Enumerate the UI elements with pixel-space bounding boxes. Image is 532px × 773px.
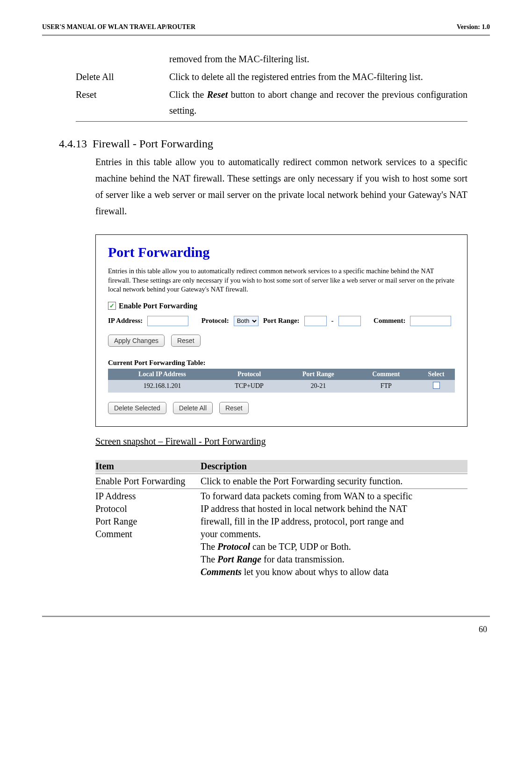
table-row: 192.168.1.201 TCP+UDP 20-21 FTP	[108, 380, 455, 393]
td-comment: FTP	[354, 380, 417, 393]
th-protocol: Protocol	[216, 369, 282, 380]
header-rule	[42, 35, 490, 36]
th-local-ip: Local IP Address	[108, 369, 216, 380]
td-protocol: TCP+UDP	[216, 380, 282, 393]
extra-0: The Protocol can be TCP, UDP or Both.	[201, 540, 467, 553]
header-left: USER'S MANUAL OF WLAN TRAVEL AP/ROUTER	[42, 23, 195, 31]
comment-input[interactable]	[410, 316, 451, 326]
protocol-label: Protocol:	[201, 317, 229, 325]
section-body: Entries in this table allow you to autom…	[95, 154, 467, 219]
delete-all-button[interactable]: Delete All	[173, 402, 213, 414]
th-comment: Comment	[354, 369, 417, 380]
group-def-0: To forward data packets coming from WAN …	[201, 490, 467, 503]
extra-1: The Port Range for data transmission.	[201, 553, 467, 566]
enable-pf-term: Enable Port Forwarding	[95, 475, 201, 488]
ip-address-term: IP Address	[95, 490, 201, 503]
comment-label: Comment:	[374, 317, 405, 325]
td-port-range: 20-21	[282, 380, 354, 393]
enable-checkbox[interactable]: ✓	[108, 302, 116, 310]
reset-term: Reset	[76, 86, 169, 119]
removed-line: removed from the MAC-filtering list.	[169, 50, 467, 68]
reset-button[interactable]: Reset	[171, 335, 201, 347]
enable-checkbox-label: Enable Port Forwarding	[119, 302, 197, 310]
group-def-2: firewall, fill in the IP address, protoc…	[201, 515, 467, 528]
port-from-input[interactable]	[304, 316, 327, 326]
forwarding-table: Local IP Address Protocol Port Range Com…	[108, 369, 455, 393]
port-forwarding-box: Port Forwarding Entries in this table al…	[95, 234, 467, 427]
protocol-term: Protocol	[95, 503, 201, 515]
snapshot-caption: Screen snapshot – Firewall - Port Forwar…	[95, 436, 467, 447]
comment-term: Comment	[95, 528, 201, 540]
reset2-button[interactable]: Reset	[219, 402, 249, 414]
port-range-term: Port Range	[95, 515, 201, 528]
header-right: Version: 1.0	[457, 23, 490, 31]
reset-def: Click the Reset button to abort change a…	[169, 86, 467, 119]
ip-input[interactable]	[147, 316, 188, 326]
protocol-select[interactable]: Both	[234, 316, 259, 326]
pf-desc: Entries in this table allow you to autom…	[108, 267, 455, 294]
item-desc-table: Item Description Enable Port Forwarding …	[95, 460, 467, 578]
delete-all-def: Click to delete all the registered entri…	[169, 68, 467, 86]
enable-pf-def: Click to enable the Port Forwarding secu…	[201, 475, 467, 488]
top-desc-table: removed from the MAC-filtering list. Del…	[76, 50, 467, 119]
ip-label: IP Address:	[108, 317, 143, 325]
group-def-3: your comments.	[201, 528, 467, 540]
table-caption: Current Port Forwarding Table:	[108, 359, 455, 367]
range-dash: -	[331, 317, 334, 325]
th-port-range: Port Range	[282, 369, 354, 380]
td-local-ip: 192.168.1.201	[108, 380, 216, 393]
extra-2: Comments let you know about whys to allo…	[201, 566, 467, 578]
group-def-1: IP address that hosted in local network …	[201, 503, 467, 515]
top-table-rule	[76, 121, 467, 122]
port-to-input[interactable]	[338, 316, 361, 326]
rule	[95, 474, 467, 474]
item-header-def: Description	[201, 460, 467, 473]
th-select: Select	[417, 369, 455, 380]
delete-selected-button[interactable]: Delete Selected	[108, 402, 166, 414]
page-number: 60	[42, 617, 490, 634]
delete-all-term: Delete All	[76, 68, 169, 86]
apply-changes-button[interactable]: Apply Changes	[108, 335, 165, 347]
section-heading: 4.4.13 Firewall - Port Forwarding	[59, 138, 467, 150]
pf-title: Port Forwarding	[108, 244, 455, 260]
port-range-label: Port Range:	[263, 317, 300, 325]
rule	[95, 489, 467, 489]
row-select-checkbox[interactable]	[433, 382, 440, 389]
item-header-term: Item	[95, 460, 201, 473]
